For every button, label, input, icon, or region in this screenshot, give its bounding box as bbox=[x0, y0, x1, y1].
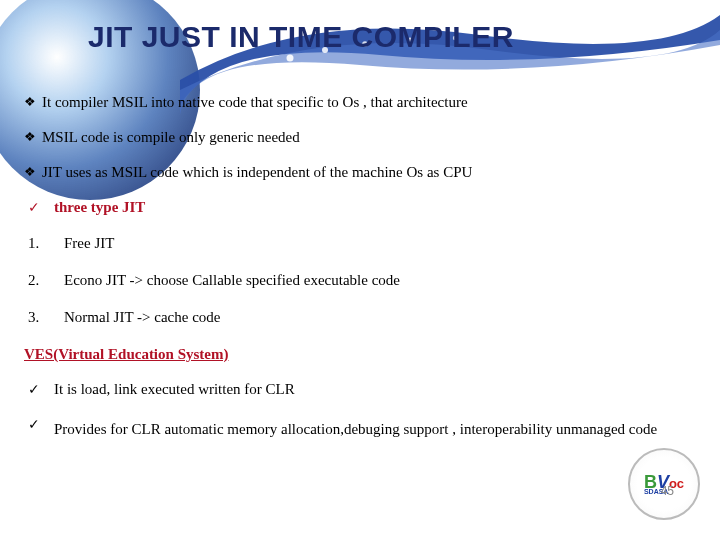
page-number: 45 bbox=[661, 484, 674, 498]
ves-item: ✓ It is load, link executed written for … bbox=[24, 379, 692, 401]
check-icon: ✓ bbox=[28, 414, 46, 436]
ves-text: Provides for CLR automatic memory alloca… bbox=[46, 414, 692, 444]
bullet-item: ❖ JIT uses as MSIL code which is indepen… bbox=[24, 162, 692, 183]
list-text: Normal JIT -> cache code bbox=[56, 307, 692, 328]
list-number: 3. bbox=[28, 307, 56, 328]
list-text: Econo JIT -> choose Callable specified e… bbox=[56, 270, 692, 291]
list-text: Free JIT bbox=[56, 233, 692, 254]
list-number: 1. bbox=[28, 233, 56, 254]
bullet-text: It compiler MSIL into native code that s… bbox=[42, 92, 692, 113]
bullet-item: ❖ It compiler MSIL into native code that… bbox=[24, 92, 692, 113]
subheading-item: ✓ three type JIT bbox=[24, 197, 692, 219]
ves-item: ✓ Provides for CLR automatic memory allo… bbox=[24, 414, 692, 444]
bullet-text: JIT uses as MSIL code which is independe… bbox=[42, 162, 692, 183]
check-icon: ✓ bbox=[28, 379, 46, 401]
check-icon: ✓ bbox=[28, 197, 46, 219]
slide-title: JIT JUST IN TIME COMPILER bbox=[88, 20, 720, 54]
diamond-icon: ❖ bbox=[24, 92, 42, 113]
diamond-icon: ❖ bbox=[24, 162, 42, 183]
list-item: 2. Econo JIT -> choose Callable specifie… bbox=[24, 270, 692, 291]
bullet-item: ❖ MSIL code is compile only generic need… bbox=[24, 127, 692, 148]
ves-heading: VES(Virtual Education System) bbox=[24, 344, 692, 365]
diamond-icon: ❖ bbox=[24, 127, 42, 148]
ves-text: It is load, link executed written for CL… bbox=[46, 379, 692, 400]
list-item: 3. Normal JIT -> cache code bbox=[24, 307, 692, 328]
bullet-text: MSIL code is compile only generic needed bbox=[42, 127, 692, 148]
list-item: 1. Free JIT bbox=[24, 233, 692, 254]
slide-body: ❖ It compiler MSIL into native code that… bbox=[0, 54, 720, 444]
subheading-text: three type JIT bbox=[46, 197, 692, 218]
list-number: 2. bbox=[28, 270, 56, 291]
